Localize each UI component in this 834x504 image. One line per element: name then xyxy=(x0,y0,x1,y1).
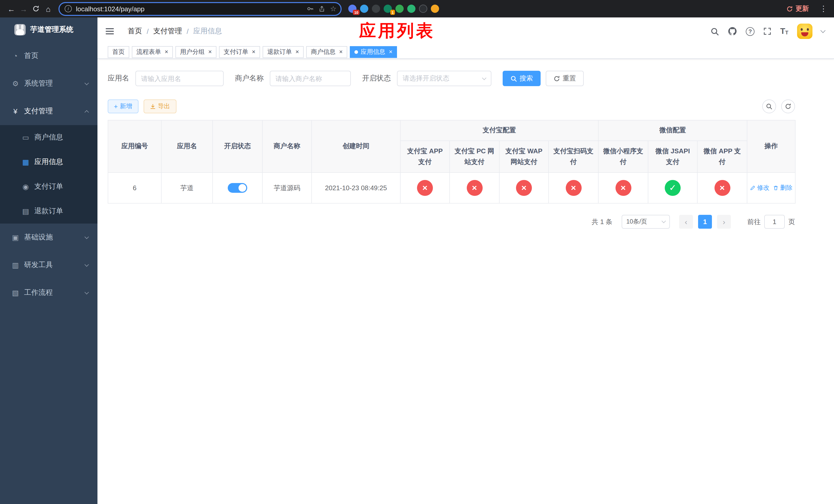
cell-app-id: 6 xyxy=(108,173,161,203)
yen-icon: ¥ xyxy=(11,107,20,115)
sidebar-subitem-pay-order[interactable]: ◉ 支付订单 xyxy=(0,174,97,199)
search-icon[interactable] xyxy=(710,27,719,36)
address-bar[interactable]: i localhost:1024/pay/app ☆ xyxy=(59,2,342,16)
tab-merchant-info[interactable]: 商户信息 × xyxy=(306,46,347,58)
breadcrumb-home[interactable]: 首页 xyxy=(128,27,142,36)
chevron-down-icon xyxy=(85,290,89,294)
breadcrumb-payment[interactable]: 支付管理 xyxy=(153,27,182,36)
browser-right-controls: 更新 ⋮ xyxy=(782,3,829,15)
tab-flow-form[interactable]: 流程表单 × xyxy=(132,46,173,58)
channel-alipay-qr-status: × xyxy=(566,180,581,196)
status-toggle[interactable] xyxy=(228,183,247,193)
tab-home[interactable]: 首页 xyxy=(108,46,129,58)
password-key-icon[interactable] xyxy=(307,5,314,12)
github-icon[interactable] xyxy=(728,27,737,36)
extension-icon-3[interactable] xyxy=(372,5,380,13)
app-name-input[interactable] xyxy=(135,71,224,86)
sidebar-item-home[interactable]: ◔ 首页 xyxy=(0,42,97,70)
status-select[interactable]: 请选择开启状态 xyxy=(397,71,491,86)
app-title: 芋道管理系统 xyxy=(30,25,73,35)
browser-home-icon[interactable]: ⌂ xyxy=(42,3,54,15)
extension-icon-2[interactable] xyxy=(360,5,368,13)
sidebar-subitem-refund-order[interactable]: ▤ 退款订单 xyxy=(0,199,97,224)
merchant-name-input[interactable] xyxy=(270,71,351,86)
prev-page-button[interactable]: ‹ xyxy=(679,215,693,229)
sidebar-item-infrastructure[interactable]: ▣ 基础设施 xyxy=(0,224,97,251)
channel-wx-jsapi-status: ✓ xyxy=(665,180,681,196)
font-size-icon[interactable]: TT xyxy=(780,27,788,36)
site-info-icon[interactable]: i xyxy=(65,5,72,12)
sidebar-item-label: 系统管理 xyxy=(24,79,53,88)
reset-button[interactable]: 重置 xyxy=(546,71,584,86)
refresh-icon[interactable] xyxy=(781,99,795,113)
sidebar-item-payment[interactable]: ¥ 支付管理 xyxy=(0,97,97,125)
sidebar-item-label: 商户信息 xyxy=(35,133,63,142)
close-icon[interactable]: × xyxy=(208,49,212,55)
page-size-select[interactable]: 10条/页 xyxy=(622,215,670,229)
extension-icon-1[interactable]: 10 xyxy=(348,5,356,13)
close-icon[interactable]: × xyxy=(389,49,392,55)
next-page-button[interactable]: › xyxy=(717,215,731,229)
sidebar-item-system[interactable]: ⚙ 系统管理 xyxy=(0,70,97,97)
extension-icon-8[interactable] xyxy=(431,5,439,13)
cell-status xyxy=(213,173,262,203)
goto-unit: 页 xyxy=(788,217,795,226)
tab-pay-order[interactable]: 支付订单 × xyxy=(219,46,260,58)
sidebar-item-workflow[interactable]: ▧ 工作流程 xyxy=(0,279,97,306)
browser-reload-icon[interactable] xyxy=(30,3,42,15)
search-button[interactable]: 搜索 xyxy=(503,71,541,86)
close-icon[interactable]: × xyxy=(252,49,256,55)
status-label: 开启状态 xyxy=(362,74,391,83)
share-icon[interactable] xyxy=(319,5,326,12)
close-icon[interactable]: × xyxy=(295,49,299,55)
table-settings xyxy=(762,99,795,113)
filter-form: 应用名 商户名称 开启状态 请选择开启状态 搜索 重置 xyxy=(108,71,834,86)
avatar-dropdown-caret-icon[interactable] xyxy=(820,28,826,33)
user-avatar[interactable] xyxy=(797,24,812,39)
delete-button[interactable]: 删除 xyxy=(773,184,792,192)
sidebar-subitem-app-info[interactable]: ▦ 应用信息 xyxy=(0,150,97,174)
app-name-label: 应用名 xyxy=(108,74,129,83)
help-icon[interactable]: ? xyxy=(746,27,754,36)
export-button[interactable]: 导出 xyxy=(144,99,176,113)
browser-back-icon[interactable]: ← xyxy=(5,3,18,15)
top-navbar: 首页 / 支付管理 / 应用信息 应用列表 ? xyxy=(97,18,834,45)
sidebar-item-dev-tools[interactable]: ▥ 研发工具 xyxy=(0,251,97,279)
goto-page: 前往 页 xyxy=(747,215,795,229)
tab-user-group[interactable]: 用户分组 × xyxy=(175,46,216,58)
browser-menu-icon[interactable]: ⋮ xyxy=(818,4,829,13)
sidebar-item-label: 退款订单 xyxy=(35,207,63,216)
url-text[interactable]: localhost:1024/pay/app xyxy=(76,5,145,13)
edit-button[interactable]: 修改 xyxy=(750,184,769,192)
sidebar-item-label: 研发工具 xyxy=(24,260,53,270)
extension-icon-7[interactable] xyxy=(419,5,427,13)
extension-icon-5[interactable] xyxy=(395,5,404,13)
browser-forward-icon[interactable]: → xyxy=(18,3,30,15)
toggle-search-icon[interactable] xyxy=(762,99,776,113)
extension-icon-6[interactable] xyxy=(407,5,415,13)
add-button[interactable]: + 新增 xyxy=(108,99,138,113)
tab-refund-order[interactable]: 退款订单 × xyxy=(263,46,304,58)
chrome-update-button[interactable]: 更新 xyxy=(782,3,813,15)
close-icon[interactable]: × xyxy=(164,49,168,55)
app-table: 应用编号 应用名 开启状态 商户名称 创建时间 支付宝配置 微信配置 操作 支付… xyxy=(108,120,795,204)
col-header-actions: 操作 xyxy=(747,120,795,173)
fullscreen-icon[interactable] xyxy=(763,27,771,36)
col-header-wx-jsapi: 微信 JSAPI 支付 xyxy=(648,141,697,173)
sidebar-subitem-merchant-info[interactable]: ▭ 商户信息 xyxy=(0,125,97,150)
app-logo[interactable]: 芋道管理系统 xyxy=(0,18,97,42)
tab-app-info[interactable]: 应用信息 × xyxy=(350,46,397,58)
tags-view: 首页 流程表单 × 用户分组 × 支付订单 × 退款订单 × xyxy=(97,45,834,59)
workflow-icon: ▧ xyxy=(11,289,20,297)
close-icon[interactable]: × xyxy=(339,49,343,55)
extension-icon-4[interactable]: 1 xyxy=(384,5,392,13)
bookmark-star-icon[interactable]: ☆ xyxy=(330,5,336,12)
goto-page-input[interactable] xyxy=(764,215,785,229)
col-header-status: 开启状态 xyxy=(213,120,262,173)
sidebar-menu: ◔ 首页 ⚙ 系统管理 ¥ 支付管理 ▭ 商户信息 xyxy=(0,42,97,306)
sidebar-collapse-icon[interactable] xyxy=(106,28,114,35)
page-1-button[interactable]: 1 xyxy=(698,215,712,229)
cell-app-name: 芋道 xyxy=(161,173,213,203)
col-header-alipay-app: 支付宝 APP 支付 xyxy=(400,141,449,173)
chevron-down-icon xyxy=(85,262,89,267)
